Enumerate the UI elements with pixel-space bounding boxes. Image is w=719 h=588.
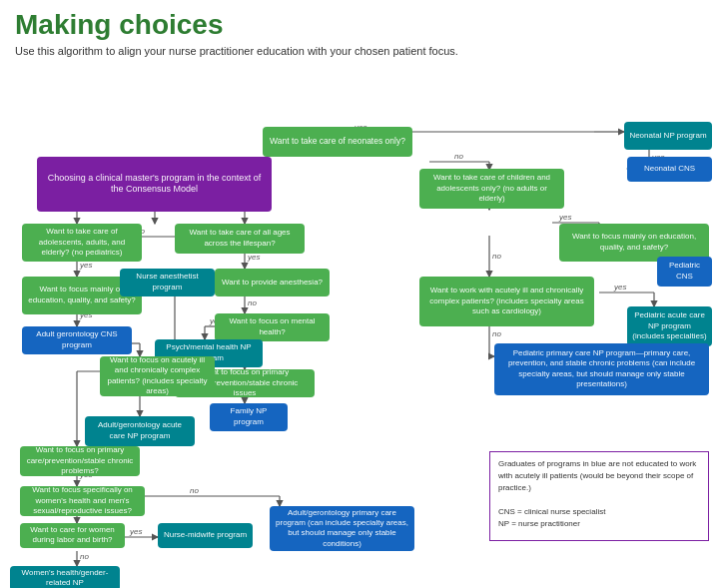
nurse-anesthetist: Nurse anesthetist program (120, 269, 215, 296)
svg-text:no: no (492, 329, 501, 338)
svg-text:no: no (454, 152, 463, 161)
adult-gero-primary: Adult/gerontology primary care program (… (270, 506, 414, 551)
q-children: Want to take care of children and adoles… (419, 169, 564, 209)
q-anesthesia: Want to provide anesthesia? (215, 269, 330, 296)
q-neonates: Want to take care of neonates only? (263, 127, 412, 157)
q-acutely-ill2: Want to work with acutely ill and chroni… (419, 277, 594, 326)
nurse-midwife: Nurse-midwife program (158, 523, 253, 548)
diagram: no yes yes yes yes no yes no (0, 62, 719, 588)
q-mental: Want to focus on mental health? (215, 313, 330, 341)
legend-text: Graduates of programs in blue are not ed… (498, 458, 700, 530)
q-primary2: Want to focus on primary care/prevention… (20, 446, 140, 476)
neonatal-np: Neonatal NP program (624, 122, 712, 150)
page-title: Making choices (15, 10, 704, 41)
adult-acute: Adult/gerontology acute care NP program (85, 416, 195, 446)
pediatric-primary: Pediatric primary care NP program—primar… (494, 343, 709, 395)
svg-text:yes: yes (247, 253, 260, 262)
svg-text:yes: yes (613, 283, 626, 292)
q-adolescents: Want to take care of adolescents, adults… (22, 224, 142, 262)
svg-text:yes: yes (79, 261, 92, 270)
q-labor: Want to care for women during labor and … (20, 523, 125, 548)
page-subtitle: Use this algorithm to align your nurse p… (15, 45, 704, 57)
legend-box: Graduates of programs in blue are not ed… (489, 451, 709, 541)
pediatric-acute: Pediatric acute care NP program (include… (627, 306, 712, 346)
family-np: Family NP program (210, 403, 288, 431)
svg-text:yes: yes (558, 213, 571, 222)
q-lifespan: Want to take care of all ages across the… (175, 224, 305, 254)
svg-text:no: no (190, 486, 199, 495)
womens-health: Women's health/gender-related NP (10, 566, 120, 588)
svg-text:no: no (80, 552, 89, 561)
svg-text:yes: yes (129, 527, 142, 536)
svg-text:no: no (492, 252, 501, 261)
svg-text:no: no (248, 298, 257, 307)
q-womens: Want to focus specifically on women's he… (20, 486, 145, 516)
neonatal-cns: Neonatal CNS (627, 157, 712, 182)
start-box: Choosing a clinical master's program in … (37, 157, 272, 212)
page-header: Making choices Use this algorithm to ali… (0, 0, 719, 62)
q-acutely-ill: Want to focus on acutely ill and chronic… (100, 356, 215, 396)
adult-gero-cns: Adult gerontology CNS program (22, 326, 132, 354)
pediatric-cns: Pediatric CNS (657, 257, 712, 287)
